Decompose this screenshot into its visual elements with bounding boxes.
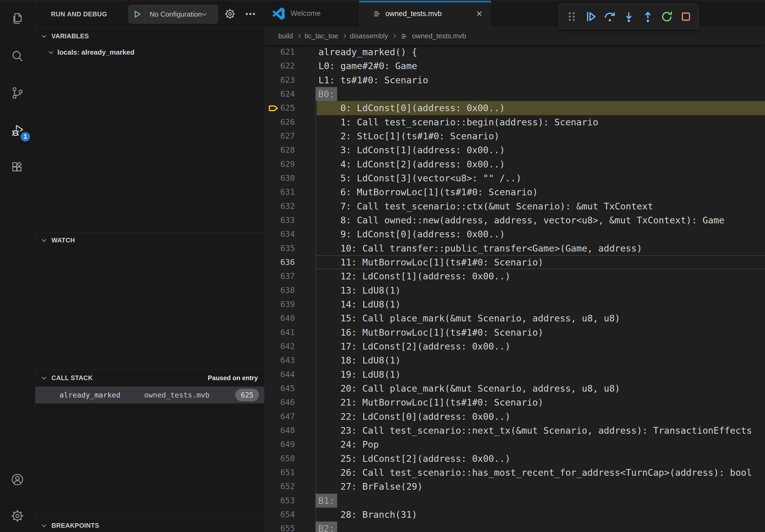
- editor-gutter[interactable]: 632: [264, 199, 317, 213]
- code-line[interactable]: 643 18: LdU8(1): [264, 353, 765, 367]
- line-content[interactable]: 2: StLoc[1](ts#1#0: Scenario): [317, 129, 765, 143]
- account-icon[interactable]: [0, 467, 35, 492]
- code-line[interactable]: 649 24: Pop: [264, 437, 765, 451]
- line-content[interactable]: 0: LdConst[0](address: 0x00..): [317, 101, 765, 115]
- launch-configuration-dropdown[interactable]: No Configurations: [128, 5, 218, 24]
- editor-gutter[interactable]: 650: [264, 452, 317, 465]
- toolbar-drag-handle[interactable]: [563, 7, 580, 26]
- editor-gutter[interactable]: 647: [264, 409, 317, 423]
- section-variables[interactable]: VARIABLES: [35, 28, 264, 44]
- editor-gutter[interactable]: 629: [264, 157, 317, 171]
- editor-gutter[interactable]: 639: [264, 297, 317, 311]
- editor-gutter[interactable]: 641: [264, 326, 317, 339]
- section-call-stack[interactable]: CALL STACK Paused on entry: [35, 370, 264, 386]
- code-line[interactable]: 639 14: LdU8(1): [264, 297, 765, 311]
- run-and-debug-icon[interactable]: 1: [0, 118, 35, 143]
- code-line[interactable]: 648 23: Call test_scenario::next_tx(&mut…: [264, 423, 765, 437]
- line-content[interactable]: 8: Call owned::new(address, address, vec…: [317, 213, 765, 227]
- continue-button[interactable]: [582, 7, 599, 26]
- code-line[interactable]: 624 B0:: [264, 87, 765, 101]
- editor-gutter[interactable]: 654: [264, 508, 317, 522]
- line-content[interactable]: L1: ts#1#0: Scenario: [317, 73, 765, 87]
- line-content[interactable]: 4: LdConst[2](address: 0x00..): [317, 157, 765, 171]
- line-content[interactable]: already_marked() {: [317, 45, 765, 59]
- code-line[interactable]: 653 B1:: [264, 494, 765, 508]
- line-content[interactable]: 7: Call test_scenario::ctx(&mut Scenario…: [317, 199, 765, 213]
- editor-gutter[interactable]: 628: [264, 143, 317, 157]
- editor-gutter[interactable]: 622: [264, 59, 317, 73]
- line-content[interactable]: 3: LdConst[1](address: 0x00..): [317, 143, 765, 157]
- editor-gutter[interactable]: 648: [264, 423, 317, 437]
- code-line[interactable]: 652 27: BrFalse(29): [264, 479, 765, 493]
- code-line[interactable]: 651 26: Call test_scenario::has_most_rec…: [264, 465, 765, 479]
- code-line[interactable]: 630 5: LdConst[3](vector<u8>: "" /..): [264, 171, 765, 185]
- breadcrumb-file[interactable]: owned_tests.mvb: [412, 32, 466, 40]
- section-watch[interactable]: WATCH: [35, 233, 264, 248]
- code-line[interactable]: 632 7: Call test_scenario::ctx(&mut Scen…: [264, 199, 765, 213]
- editor-gutter[interactable]: 652: [264, 479, 317, 493]
- tab-owned-tests[interactable]: owned_tests.mvb: [359, 0, 491, 27]
- line-content[interactable]: 23: Call test_scenario::next_tx(&mut Sce…: [317, 423, 765, 437]
- line-content[interactable]: 18: LdU8(1): [317, 353, 765, 367]
- line-content[interactable]: 27: BrFalse(29): [317, 479, 765, 493]
- editor-gutter[interactable]: 642: [264, 339, 317, 353]
- line-content[interactable]: 13: LdU8(1): [317, 283, 765, 297]
- section-breakpoints[interactable]: BREAKPOINTS: [35, 518, 264, 532]
- variables-scope-locals[interactable]: locals: already_marked: [35, 44, 264, 61]
- breadcrumb-item[interactable]: tic_tac_toe: [305, 32, 338, 40]
- editor-gutter[interactable]: 646: [264, 396, 317, 409]
- code-line[interactable]: 625 0: LdConst[0](address: 0x00..): [264, 101, 765, 115]
- code-line[interactable]: 635 10: Call transfer::public_transfer<G…: [264, 241, 765, 255]
- code-line[interactable]: 629 4: LdConst[2](address: 0x00..): [264, 157, 765, 171]
- code-line[interactable]: 621 already_marked() {: [264, 45, 765, 59]
- line-content[interactable]: 14: LdU8(1): [317, 297, 765, 311]
- editor-gutter[interactable]: 625: [264, 101, 317, 115]
- editor-gutter[interactable]: 631: [264, 185, 317, 199]
- stop-button[interactable]: [677, 7, 694, 26]
- search-icon[interactable]: [0, 43, 35, 69]
- code-line[interactable]: 626 1: Call test_scenario::begin(address…: [264, 115, 765, 129]
- code-line[interactable]: 633 8: Call owned::new(address, address,…: [264, 213, 765, 227]
- code-line[interactable]: 644 19: LdU8(1): [264, 368, 765, 382]
- code-line[interactable]: 645 20: Call place_mark(&mut Scenario, a…: [264, 382, 765, 396]
- editor-gutter[interactable]: 621: [264, 45, 317, 59]
- close-icon[interactable]: [475, 9, 484, 18]
- line-content[interactable]: 25: LdConst[2](address: 0x00..): [317, 452, 765, 465]
- start-debugging-button[interactable]: [129, 5, 145, 23]
- line-content[interactable]: 10: Call transfer::public_transfer<Game>…: [317, 241, 765, 255]
- editor-gutter[interactable]: 634: [264, 227, 317, 241]
- extensions-icon[interactable]: [0, 155, 35, 180]
- editor-gutter[interactable]: 633: [264, 213, 317, 227]
- line-content[interactable]: B2:: [317, 522, 765, 532]
- code-line[interactable]: 638 13: LdU8(1): [264, 283, 765, 297]
- code-line[interactable]: 646 21: MutBorrowLoc[1](ts#1#0: Scenario…: [264, 396, 765, 409]
- editor-gutter[interactable]: 635: [264, 241, 317, 255]
- editor-gutter[interactable]: 636: [264, 255, 317, 269]
- code-line[interactable]: 622 L0: game#2#0: Game: [264, 59, 765, 73]
- source-control-icon[interactable]: [0, 80, 35, 106]
- editor-gutter[interactable]: 649: [264, 437, 317, 451]
- line-content[interactable]: 28: Branch(31): [317, 508, 765, 522]
- editor-gutter[interactable]: 630: [264, 171, 317, 185]
- debug-settings-gear-icon[interactable]: [223, 7, 237, 21]
- code-line[interactable]: 627 2: StLoc[1](ts#1#0: Scenario): [264, 129, 765, 143]
- line-content[interactable]: 6: MutBorrowLoc[1](ts#1#0: Scenario): [317, 185, 765, 199]
- editor-gutter[interactable]: 653: [264, 494, 317, 508]
- more-actions-icon[interactable]: [243, 7, 257, 21]
- settings-gear-icon[interactable]: [0, 503, 35, 529]
- editor-gutter[interactable]: 655: [264, 522, 317, 532]
- line-content[interactable]: 21: MutBorrowLoc[1](ts#1#0: Scenario): [317, 396, 765, 409]
- code-line[interactable]: 637 12: LdConst[1](address: 0x00..): [264, 269, 765, 283]
- editor-gutter[interactable]: 623: [264, 73, 317, 87]
- explorer-icon[interactable]: [0, 5, 35, 31]
- code-line[interactable]: 650 25: LdConst[2](address: 0x00..): [264, 452, 765, 465]
- tab-welcome[interactable]: Welcome: [264, 0, 359, 27]
- code-line[interactable]: 636 11: MutBorrowLoc[1](ts#1#0: Scenario…: [264, 255, 765, 269]
- line-content[interactable]: 16: MutBorrowLoc[1](ts#1#0: Scenario): [317, 326, 765, 339]
- line-content[interactable]: 12: LdConst[1](address: 0x00..): [317, 269, 765, 283]
- line-content[interactable]: 22: LdConst[0](address: 0x00..): [317, 409, 765, 423]
- step-over-button[interactable]: [601, 7, 618, 26]
- code-line[interactable]: 631 6: MutBorrowLoc[1](ts#1#0: Scenario): [264, 185, 765, 199]
- code-editor[interactable]: 621 already_marked() { 622 L0: game#2#0:…: [264, 45, 765, 532]
- restart-button[interactable]: [658, 7, 675, 26]
